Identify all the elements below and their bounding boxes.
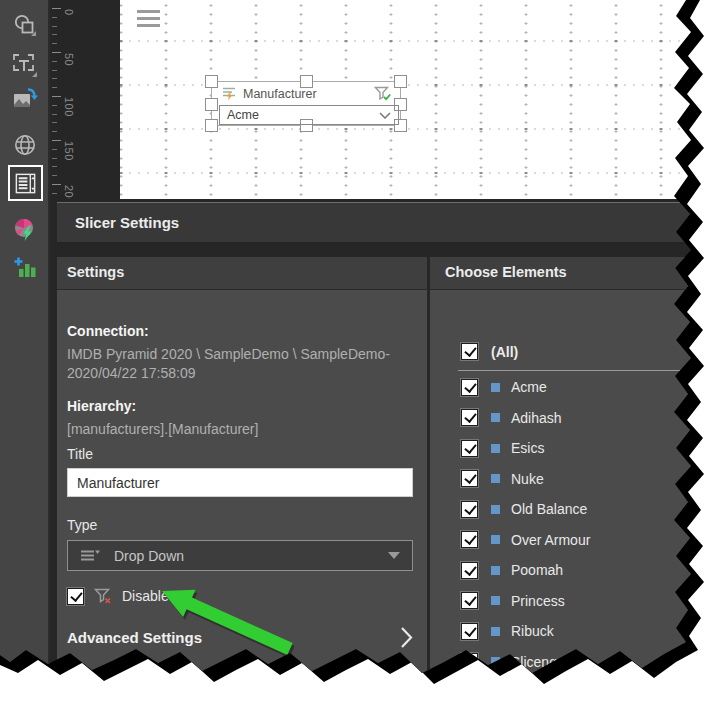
element-row[interactable]: Esics xyxy=(461,439,544,457)
filter-disable-icon xyxy=(94,588,113,605)
advanced-settings-row[interactable]: Advanced Settings xyxy=(67,625,413,649)
element-checkbox[interactable] xyxy=(461,440,478,457)
element-checkbox[interactable] xyxy=(461,562,478,579)
connection-value: IMDB Pyramid 2020 \ SampleDemo \ SampleD… xyxy=(67,345,419,383)
element-bullet-icon xyxy=(491,535,500,544)
text-frame-icon xyxy=(12,52,38,78)
element-bullet-icon xyxy=(491,474,500,483)
screenshot-stage: 050100150200 Manufacturer xyxy=(0,0,726,704)
element-row[interactable]: Poomah xyxy=(461,561,563,579)
slicer-type-icon xyxy=(222,86,238,101)
widget-dropdown-value: Acme xyxy=(227,108,379,122)
globe-icon xyxy=(12,132,38,158)
element-label: Adihash xyxy=(511,410,562,426)
element-label: Nuke xyxy=(511,471,544,487)
element-bullet-icon xyxy=(491,383,500,392)
settings-panel: Settings Choose Elements Connection: IMD… xyxy=(57,257,726,704)
menu-icon[interactable] xyxy=(137,10,160,31)
element-row[interactable]: Nuke xyxy=(461,470,544,488)
widget-dropdown[interactable]: Acme xyxy=(219,105,399,125)
select-all-label: (All) xyxy=(491,344,518,360)
disable-label: Disable xyxy=(122,588,169,604)
type-label: Type xyxy=(67,517,97,533)
element-bullet-icon xyxy=(491,566,500,575)
element-checkbox[interactable] xyxy=(461,379,478,396)
element-row[interactable]: Princess xyxy=(461,592,565,610)
element-label: Ribuck xyxy=(511,623,554,639)
pie-chart-tool-button[interactable] xyxy=(0,212,50,246)
disable-checkbox[interactable] xyxy=(67,588,84,605)
slicer-widget[interactable]: Manufacturer Acme xyxy=(211,81,401,126)
vertical-ruler: 050100150200 xyxy=(52,0,120,199)
list-separator xyxy=(458,370,716,371)
panel-titlebar: Slicer Settings xyxy=(57,202,726,243)
element-checkbox[interactable] xyxy=(461,501,478,518)
element-label: Old Balance xyxy=(511,501,587,517)
filter-check-icon[interactable] xyxy=(374,86,392,102)
web-tool-button[interactable] xyxy=(0,128,50,162)
resize-handle[interactable] xyxy=(205,75,218,88)
image-icon xyxy=(12,87,38,113)
title-input[interactable] xyxy=(67,468,413,497)
element-label: Princess xyxy=(511,593,565,609)
element-row[interactable]: Ribuck xyxy=(461,622,554,640)
element-checkbox[interactable] xyxy=(461,592,478,609)
chevron-down-icon xyxy=(379,112,391,119)
advanced-settings-label: Advanced Settings xyxy=(67,629,400,646)
element-checkbox[interactable] xyxy=(461,531,478,548)
hierarchy-value: [manufacturers].[Manufacturer] xyxy=(67,420,419,439)
type-dropdown[interactable]: Drop Down xyxy=(67,540,413,571)
element-bullet-icon xyxy=(491,505,500,514)
select-all-row[interactable]: (All) xyxy=(461,343,518,360)
element-checkbox[interactable] xyxy=(461,623,478,640)
element-label: Over Armour xyxy=(511,532,590,548)
shapes-icon xyxy=(12,12,38,38)
element-row[interactable]: Old Balance xyxy=(461,500,587,518)
caret-down-icon xyxy=(388,552,400,559)
element-bullet-icon xyxy=(491,413,500,422)
toolbar xyxy=(0,0,50,704)
settings-column: Connection: IMDB Pyramid 2020 \ SampleDe… xyxy=(57,257,427,704)
element-row[interactable]: Over Armour xyxy=(461,531,590,549)
disable-row[interactable]: Disable xyxy=(67,587,169,605)
element-label: Poomah xyxy=(511,562,563,578)
slicer-icon xyxy=(13,171,38,196)
chevron-right-icon xyxy=(400,626,413,649)
resize-handle[interactable] xyxy=(205,119,218,132)
element-row[interactable]: Acme xyxy=(461,378,547,396)
element-checkbox[interactable] xyxy=(461,470,478,487)
pie-chart-icon xyxy=(12,216,38,242)
type-dropdown-value: Drop Down xyxy=(114,548,388,564)
element-checkbox[interactable] xyxy=(461,409,478,426)
element-label: Esics xyxy=(511,440,544,456)
select-all-checkbox[interactable] xyxy=(461,343,478,360)
slicer-tool-button-selected[interactable] xyxy=(8,165,43,201)
shapes-tool-button[interactable] xyxy=(0,8,50,42)
design-canvas[interactable]: Manufacturer Acme xyxy=(120,0,712,199)
resize-handle[interactable] xyxy=(205,98,218,111)
element-label: Acme xyxy=(511,379,547,395)
connection-label: Connection: xyxy=(67,323,149,339)
bar-chart-tool-button[interactable] xyxy=(0,250,50,284)
resize-handle[interactable] xyxy=(394,75,407,88)
text-tool-button[interactable] xyxy=(0,48,50,82)
element-bullet-icon xyxy=(491,596,500,605)
app-window: 050100150200 Manufacturer xyxy=(0,0,726,704)
element-row[interactable]: Adihash xyxy=(461,409,562,427)
panel-title: Slicer Settings xyxy=(75,214,179,231)
title-label: Title xyxy=(67,446,93,462)
bar-chart-icon xyxy=(12,254,38,280)
image-tool-button[interactable] xyxy=(0,83,50,117)
element-bullet-icon xyxy=(491,444,500,453)
widget-title: Manufacturer xyxy=(243,87,374,101)
hierarchy-label: Hierarchy: xyxy=(67,398,136,414)
element-bullet-icon xyxy=(491,627,500,636)
dropdown-type-icon xyxy=(80,549,100,562)
